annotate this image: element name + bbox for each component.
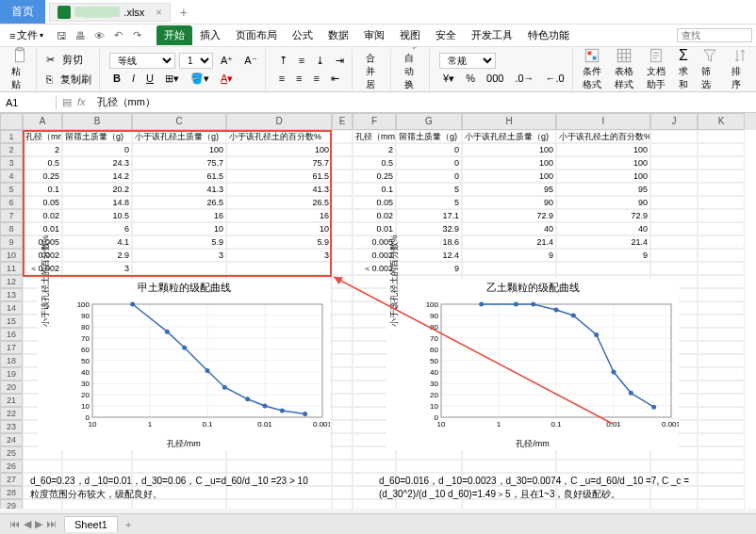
cell[interactable]	[556, 262, 650, 275]
cell[interactable]	[650, 222, 698, 235]
cell[interactable]	[332, 473, 353, 486]
cell[interactable]: 0.1	[23, 183, 62, 196]
ribbon-tab-view[interactable]: 视图	[392, 25, 428, 45]
row-header[interactable]: 26	[0, 460, 23, 473]
cell[interactable]	[698, 315, 745, 328]
cell[interactable]: 3	[132, 249, 226, 262]
col-header[interactable]: F	[353, 113, 396, 130]
cell[interactable]: 0.25	[23, 170, 62, 183]
comma-button[interactable]: 000	[483, 71, 507, 86]
col-header[interactable]: A	[23, 113, 62, 130]
cell[interactable]	[698, 380, 745, 394]
align-bot-button[interactable]: ⤓	[312, 53, 328, 69]
cell[interactable]: 孔径（mm)	[23, 130, 62, 143]
col-header[interactable]: E	[332, 113, 353, 130]
cell[interactable]: 5.9	[226, 235, 332, 249]
cell[interactable]	[332, 460, 353, 473]
file-menu[interactable]: ≡文件▾	[4, 26, 49, 44]
row-header[interactable]: 4	[0, 170, 23, 183]
tab-home[interactable]: 首页	[0, 0, 45, 24]
cell[interactable]: 小于该孔径土质量（g)	[132, 130, 226, 143]
new-tab-button[interactable]: +	[171, 1, 197, 24]
row-header[interactable]: 6	[0, 196, 23, 209]
cell[interactable]: 24.3	[62, 156, 132, 170]
cell[interactable]: 10	[226, 222, 332, 235]
font-color-button[interactable]: A▾	[217, 71, 237, 87]
fill-color-button[interactable]: 🪣▾	[187, 71, 213, 87]
inc-decimal-button[interactable]: .0→	[511, 71, 537, 86]
cell[interactable]: 32.9	[396, 222, 462, 235]
cell[interactable]	[332, 433, 353, 446]
cell[interactable]	[698, 420, 745, 433]
cell[interactable]: 61.5	[132, 170, 226, 183]
col-header[interactable]: B	[62, 113, 132, 130]
cell[interactable]	[698, 209, 745, 222]
cell[interactable]	[332, 301, 353, 315]
cell[interactable]	[332, 341, 353, 354]
cell[interactable]	[132, 262, 226, 275]
cell[interactable]	[698, 328, 745, 341]
cell[interactable]	[332, 170, 353, 183]
filter-button[interactable]: 筛选	[698, 47, 722, 92]
cell[interactable]	[698, 288, 745, 301]
outdent-button[interactable]: ⇤	[327, 71, 343, 87]
cell[interactable]	[332, 420, 353, 433]
cell[interactable]	[332, 394, 353, 407]
cell[interactable]	[332, 380, 353, 394]
row-header[interactable]: 14	[0, 301, 23, 315]
cell[interactable]	[698, 156, 745, 170]
cell[interactable]: 100	[462, 143, 556, 156]
cell[interactable]: 75.7	[132, 156, 226, 170]
cell[interactable]: 0	[62, 143, 132, 156]
cell[interactable]	[650, 460, 698, 473]
cell[interactable]: 10.5	[62, 209, 132, 222]
cell[interactable]	[698, 367, 745, 380]
cell[interactable]: 0.5	[23, 156, 62, 170]
cell[interactable]	[332, 275, 353, 288]
row-header[interactable]: 9	[0, 235, 23, 249]
row-header[interactable]: 29	[0, 499, 23, 509]
cell[interactable]: 16	[132, 209, 226, 222]
cell[interactable]	[650, 196, 698, 209]
border-button[interactable]: ⊞▾	[161, 71, 183, 87]
cell[interactable]	[650, 130, 698, 143]
cell[interactable]: 2	[23, 143, 62, 156]
col-header[interactable]: G	[396, 113, 462, 130]
percent-button[interactable]: %	[462, 71, 479, 86]
cell[interactable]	[698, 354, 745, 367]
italic-button[interactable]: I	[128, 71, 139, 86]
cell[interactable]	[462, 460, 556, 473]
cell[interactable]: 5	[396, 183, 462, 196]
cell[interactable]	[698, 170, 745, 183]
row-header[interactable]: 22	[0, 407, 23, 420]
table-style-button[interactable]: 表格样式	[611, 47, 637, 92]
cell[interactable]: 0	[396, 156, 462, 170]
font-size-select[interactable]: 11	[179, 53, 213, 69]
cell[interactable]	[698, 460, 745, 473]
bold-button[interactable]: B	[109, 71, 124, 86]
row-header[interactable]: 8	[0, 222, 23, 235]
cell[interactable]	[650, 235, 698, 249]
cell[interactable]	[332, 328, 353, 341]
cell[interactable]: 小于该孔径土的百分数%	[556, 130, 650, 143]
cell[interactable]: 40	[556, 222, 650, 235]
cell[interactable]: 90	[556, 196, 650, 209]
search-input[interactable]	[677, 28, 752, 42]
cell[interactable]	[332, 183, 353, 196]
merge-button[interactable]: 合并居中	[362, 47, 386, 92]
cell[interactable]: 10	[132, 222, 226, 235]
cell[interactable]: 0	[396, 143, 462, 156]
cell[interactable]: 40	[462, 222, 556, 235]
indent-button[interactable]: ⇥	[332, 53, 348, 69]
cell[interactable]	[698, 183, 745, 196]
undo-icon[interactable]: ↶	[111, 29, 124, 42]
cell[interactable]	[332, 222, 353, 235]
cell[interactable]	[332, 249, 353, 262]
row-header[interactable]: 16	[0, 328, 23, 341]
row-header[interactable]: 20	[0, 380, 23, 394]
row-header[interactable]: 15	[0, 315, 23, 328]
cell[interactable]	[698, 275, 745, 288]
cell[interactable]	[396, 460, 462, 473]
cell[interactable]	[332, 143, 353, 156]
cell[interactable]	[698, 433, 745, 446]
